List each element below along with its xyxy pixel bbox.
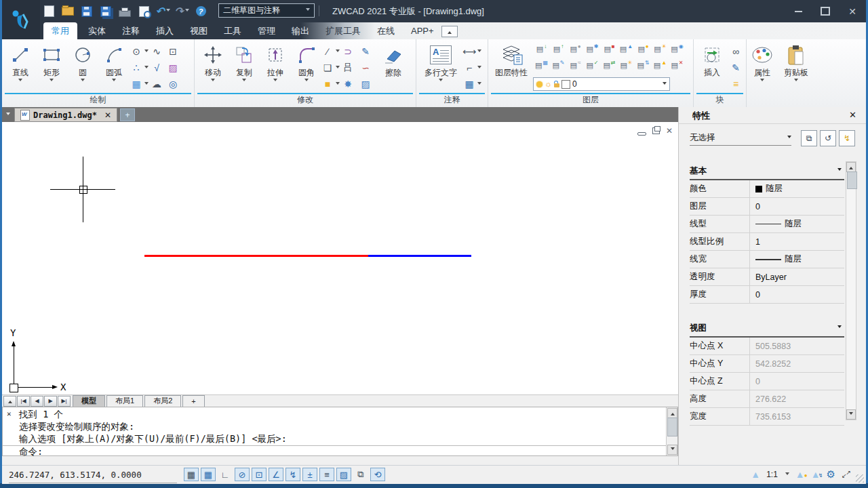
erase-button[interactable]: 擦除 <box>379 42 408 77</box>
layout-tab-+[interactable]: + <box>182 395 204 407</box>
fullscreen-icon[interactable]: ↗↙ <box>842 470 851 479</box>
ribbon-tab-管理[interactable]: 管理 <box>250 22 283 39</box>
table-button[interactable]: ▦ <box>462 77 486 91</box>
dynamic-input-icon[interactable]: ↯ <box>285 468 300 481</box>
chevron-down-icon[interactable] <box>336 66 340 70</box>
save-button[interactable] <box>79 4 95 19</box>
layer-properties-button[interactable]: 图层特性 <box>492 42 530 77</box>
property-value[interactable]: 1 <box>749 233 844 250</box>
arc-button[interactable]: 圆弧 <box>100 42 128 83</box>
close-icon[interactable]: ✕ <box>7 409 12 418</box>
attribute-manager-button[interactable]: ≡ <box>729 77 745 91</box>
last-tab-button[interactable]: ▶| <box>58 396 71 407</box>
properties-scrollbar[interactable] <box>846 161 856 420</box>
scrollbar-thumb[interactable] <box>667 418 677 436</box>
layer-lock-button[interactable]: ▤■ <box>601 44 618 59</box>
property-value[interactable]: 0 <box>749 373 844 390</box>
ribbon-tab-注释[interactable]: 注释 <box>114 22 148 39</box>
chevron-down-icon[interactable] <box>242 79 246 83</box>
spline-button[interactable]: ∿ <box>150 45 166 58</box>
polar-icon[interactable]: ⊘ <box>235 468 250 481</box>
help-button[interactable]: ? <box>193 4 209 19</box>
close-button[interactable]: ✕ <box>844 4 861 19</box>
chevron-down-icon[interactable] <box>144 66 149 70</box>
layer-to-current-button[interactable]: ▤↑ <box>550 44 567 59</box>
array-button[interactable]: ❏ <box>321 61 341 75</box>
align-button[interactable]: 吕 <box>341 61 359 75</box>
chevron-down-icon[interactable] <box>477 49 481 54</box>
donut-button[interactable]: ◎ <box>166 77 182 91</box>
grid-icon[interactable]: ▦ <box>184 468 199 481</box>
lineweight-icon[interactable]: ± <box>302 468 317 481</box>
chevron-down-icon[interactable] <box>112 79 116 83</box>
chevron-down-icon[interactable] <box>336 82 340 87</box>
transparency-icon[interactable]: ▨ <box>336 468 351 481</box>
polyline-button[interactable]: √ <box>150 61 166 75</box>
layer-walk-button[interactable]: ▤✳ <box>618 60 635 75</box>
revision-cloud-button[interactable]: ☁ <box>150 77 166 91</box>
print-button[interactable] <box>117 4 133 19</box>
fillet-button[interactable]: 圆角 <box>292 42 321 83</box>
layer-add-button[interactable]: ▤↓ <box>533 44 550 59</box>
new-document-button[interactable] <box>41 4 57 19</box>
section-header-基本[interactable]: 基本 <box>690 163 844 180</box>
redo-button[interactable]: ↷ <box>174 4 190 19</box>
scroll-down-button[interactable] <box>846 409 856 420</box>
document-list-button[interactable] <box>2 107 14 122</box>
ribbon-tab-扩展工具[interactable]: 扩展工具 <box>317 22 369 39</box>
dimension-button[interactable]: ⟷ <box>462 45 486 58</box>
chevron-down-icon[interactable] <box>304 79 309 83</box>
red-line-entity[interactable] <box>144 255 368 257</box>
stretch-button[interactable]: 拉伸 <box>261 42 290 83</box>
chevron-down-icon[interactable] <box>166 9 170 14</box>
chevron-down-icon[interactable] <box>785 472 789 477</box>
scroll-up-button[interactable] <box>846 162 856 172</box>
gear-icon[interactable]: ⚙ <box>827 468 835 481</box>
layer-visibility-button[interactable]: ▤◉ <box>669 44 686 59</box>
edit-attribute-button[interactable]: ✎ <box>729 61 745 75</box>
scroll-up-button[interactable] <box>667 408 677 418</box>
layer-sync-button[interactable]: ▤⇅ <box>635 60 652 75</box>
chevron-down-icon[interactable] <box>144 82 149 87</box>
chevron-down-icon[interactable] <box>760 79 764 83</box>
chevron-down-icon[interactable] <box>477 82 481 87</box>
quick-select-button[interactable]: ⧉ <box>801 130 817 146</box>
property-value[interactable]: 276.622 <box>749 390 844 407</box>
layer-off-button[interactable]: ▤● <box>567 44 584 59</box>
save-all-button[interactable] <box>98 4 114 19</box>
ribbon-tab-插入[interactable]: 插入 <box>148 22 182 39</box>
property-value[interactable]: 542.8252 <box>749 355 844 372</box>
new-document-tab-button[interactable]: + <box>120 108 135 121</box>
ribbon-tab-工具[interactable]: 工具 <box>216 22 250 39</box>
ribbon-tab-输出[interactable]: 输出 <box>283 22 317 39</box>
offset-button[interactable]: ⊃ <box>341 45 359 58</box>
chevron-down-icon[interactable] <box>144 49 149 54</box>
layer-delete-button[interactable]: ▤✕ <box>669 60 686 75</box>
explode-button[interactable]: ✸ <box>341 77 359 91</box>
ribbon-tab-常用[interactable]: 常用 <box>43 22 77 39</box>
next-tab-button[interactable]: ▶ <box>44 396 57 407</box>
property-value[interactable]: 735.6153 <box>749 408 844 425</box>
properties-button[interactable]: 属性 <box>748 42 776 83</box>
property-value[interactable]: 0 <box>749 198 844 215</box>
annotation-autoscale-icon[interactable]: ▲↯ <box>811 470 821 479</box>
select-objects-button[interactable]: ↺ <box>820 130 836 146</box>
undo-button[interactable]: ↶ <box>155 4 171 19</box>
selection-dropdown[interactable]: 无选择 <box>690 131 791 146</box>
line-button[interactable]: 直线 <box>6 42 35 83</box>
move-button[interactable]: 移动 <box>199 42 227 83</box>
chevron-down-icon[interactable] <box>18 79 22 83</box>
mdi-restore-icon[interactable] <box>652 127 660 134</box>
point-button[interactable]: ⊙ <box>130 45 150 58</box>
edit-polyline-button[interactable]: ✎ <box>359 45 376 58</box>
edit-spline-button[interactable]: ∽ <box>359 61 376 75</box>
chevron-down-icon[interactable] <box>211 79 215 83</box>
property-value[interactable]: 0 <box>749 286 844 303</box>
osnap-icon[interactable]: ⊡ <box>252 468 267 481</box>
scale-button[interactable]: ■ <box>321 77 341 91</box>
resize-grip[interactable] <box>856 474 864 483</box>
chevron-down-icon[interactable] <box>185 9 189 14</box>
layout-tab-布局2[interactable]: 布局2 <box>144 395 181 407</box>
divide-button[interactable]: ∴ <box>130 61 150 75</box>
ribbon-tab-实体[interactable]: 实体 <box>80 22 114 39</box>
